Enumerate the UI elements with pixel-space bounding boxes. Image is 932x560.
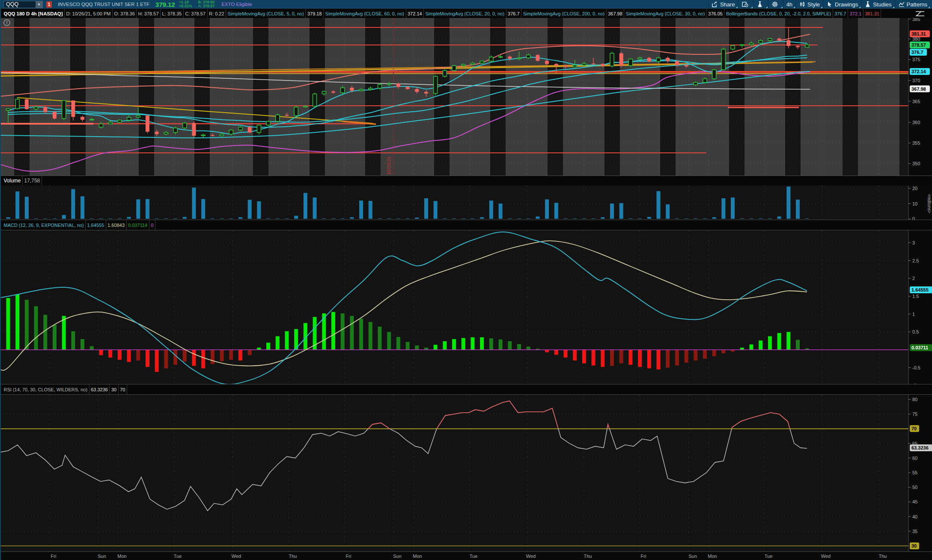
svg-text:372.14: 372.14 — [911, 69, 926, 74]
svg-text:1.64555: 1.64555 — [911, 287, 929, 292]
svg-text:Fri: Fri — [51, 554, 57, 559]
svg-text:60: 60 — [912, 456, 917, 461]
svg-text:Tue: Tue — [174, 554, 182, 559]
svg-text:0.5: 0.5 — [912, 329, 919, 334]
svg-text:Sun: Sun — [688, 554, 697, 559]
svg-text:Tue: Tue — [765, 554, 773, 559]
svg-text:365: 365 — [912, 99, 920, 104]
svg-text:<millions>: <millions> — [927, 194, 932, 213]
svg-text:350: 350 — [912, 161, 920, 166]
svg-text:80: 80 — [912, 397, 917, 402]
svg-text:Fri: Fri — [346, 554, 351, 559]
svg-text:0.03711: 0.03711 — [911, 345, 928, 350]
svg-text:63.3236: 63.3236 — [911, 445, 929, 450]
svg-text:1.5: 1.5 — [912, 294, 919, 299]
svg-text:45: 45 — [912, 499, 917, 504]
svg-text:1: 1 — [912, 312, 915, 317]
svg-text:2: 2 — [912, 276, 915, 281]
svg-text:40: 40 — [912, 514, 917, 519]
svg-text:-0.5: -0.5 — [912, 365, 920, 370]
svg-text:3: 3 — [912, 240, 915, 245]
svg-text:!: ! — [6, 20, 8, 25]
svg-text:2.5: 2.5 — [912, 258, 919, 263]
svg-text:55: 55 — [912, 470, 917, 475]
svg-text:370: 370 — [912, 78, 920, 83]
svg-text:10: 10 — [912, 201, 917, 206]
svg-text:Thu: Thu — [879, 554, 887, 559]
svg-text:Thu: Thu — [289, 554, 297, 559]
svg-text:378.57: 378.57 — [911, 42, 926, 48]
svg-text:385: 385 — [912, 18, 920, 22]
svg-text:35: 35 — [912, 529, 917, 534]
svg-text:Fri: Fri — [641, 554, 646, 559]
svg-text:70: 70 — [911, 426, 917, 431]
svg-text:Wed: Wed — [232, 554, 241, 559]
svg-text:375: 375 — [912, 57, 920, 62]
svg-text:75: 75 — [912, 411, 917, 417]
svg-text:Mon: Mon — [413, 554, 422, 559]
svg-text:20: 20 — [912, 186, 917, 191]
svg-text:381.31: 381.31 — [911, 31, 926, 36]
svg-text:50: 50 — [912, 485, 917, 490]
svg-text:Tue: Tue — [470, 554, 478, 559]
svg-text:30: 30 — [911, 543, 917, 548]
svg-text:367.98: 367.98 — [911, 86, 926, 92]
svg-text:Mon: Mon — [708, 554, 717, 559]
svg-text:10/15/21: 10/15/21 — [386, 156, 391, 175]
svg-text:355: 355 — [912, 140, 920, 146]
svg-text:Wed: Wed — [821, 554, 831, 559]
svg-text:376.7: 376.7 — [911, 50, 923, 55]
svg-text:Sun: Sun — [98, 554, 106, 559]
svg-text:Mon: Mon — [117, 554, 126, 559]
svg-text:Wed: Wed — [526, 554, 536, 559]
svg-text:Sun: Sun — [393, 554, 402, 559]
svg-text:Thu: Thu — [584, 554, 592, 559]
svg-text:360: 360 — [912, 120, 920, 125]
